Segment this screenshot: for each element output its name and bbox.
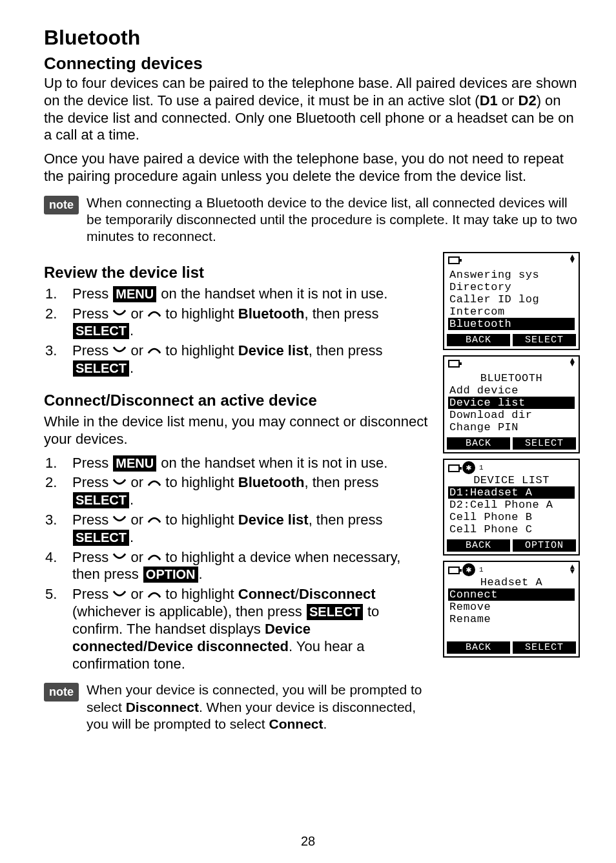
lcd-title: BLUETOOTH bbox=[448, 372, 575, 384]
down-arrow-icon bbox=[112, 515, 127, 524]
bt-index: 1 bbox=[479, 464, 484, 472]
battery-icon bbox=[448, 360, 460, 368]
note-block-2: note When your device is connected, you … bbox=[44, 681, 431, 733]
lcd-line: Answering sys bbox=[448, 269, 575, 281]
text: to highlight bbox=[161, 474, 238, 490]
intro-paragraph-2: Once you have paired a device with the t… bbox=[44, 151, 584, 185]
text: Press bbox=[72, 306, 112, 322]
select-key: SELECT bbox=[73, 530, 129, 546]
review-heading: Review the device list bbox=[44, 264, 431, 282]
text: on the handset when it is not in use. bbox=[157, 455, 387, 471]
text: . bbox=[199, 566, 203, 582]
text: , then press bbox=[304, 306, 378, 322]
intro-paragraph-1: Up to four devices can be paired to the … bbox=[44, 75, 584, 144]
select-key: SELECT bbox=[73, 323, 129, 339]
connect-label: Connect bbox=[238, 586, 295, 602]
text: . bbox=[130, 492, 134, 508]
bluetooth-label: Bluetooth bbox=[238, 306, 305, 322]
down-arrow-icon bbox=[112, 552, 127, 561]
lcd-line bbox=[448, 625, 575, 638]
connect-label: Connect bbox=[269, 716, 323, 731]
lcd-line-selected: D1:Headset A bbox=[448, 486, 575, 499]
list-item: Press or to highlight Bluetooth, then pr… bbox=[44, 474, 431, 509]
note-text: When your device is connected, you will … bbox=[87, 681, 431, 733]
text: Press bbox=[72, 286, 112, 302]
scroll-indicator-icon: ▲▼ bbox=[570, 255, 575, 264]
bt-index: 1 bbox=[479, 566, 484, 574]
softkey-back: BACK bbox=[447, 437, 510, 450]
list-item: Press MENU on the handset when it is not… bbox=[44, 286, 431, 303]
menu-key: MENU bbox=[113, 455, 156, 472]
down-arrow-icon bbox=[112, 478, 127, 487]
lcd-line: Download dir bbox=[448, 409, 575, 421]
device-list-label: Device list bbox=[238, 342, 309, 359]
text: or bbox=[127, 342, 147, 359]
text: Press bbox=[72, 512, 112, 528]
down-arrow-icon bbox=[112, 590, 127, 599]
device-list-label: Device list bbox=[238, 512, 309, 528]
page-title: Bluetooth bbox=[44, 26, 584, 50]
slot-d2: D2 bbox=[518, 92, 537, 109]
scroll-indicator-icon: ▲▼ bbox=[570, 565, 575, 574]
softkey-back: BACK bbox=[447, 641, 510, 654]
text: to highlight bbox=[161, 586, 238, 602]
text: or bbox=[127, 512, 147, 528]
text: to highlight bbox=[161, 342, 238, 359]
select-key: SELECT bbox=[307, 604, 363, 620]
scroll-indicator-icon: ▲▼ bbox=[570, 359, 575, 367]
list-item: Press or to highlight Device list, then … bbox=[44, 342, 431, 377]
lcd-line: Add device bbox=[448, 384, 575, 397]
text: Press bbox=[72, 342, 112, 359]
select-key: SELECT bbox=[73, 492, 129, 508]
slot-d1: D1 bbox=[480, 92, 498, 109]
battery-icon bbox=[448, 464, 460, 472]
text: . bbox=[130, 529, 134, 545]
list-item: Press or to highlight Connect/Disconnect… bbox=[44, 586, 431, 672]
text: or bbox=[498, 92, 518, 109]
up-arrow-icon bbox=[147, 309, 161, 318]
bluetooth-label: Bluetooth bbox=[238, 474, 305, 490]
up-arrow-icon bbox=[147, 515, 161, 524]
text: to highlight bbox=[161, 512, 238, 528]
text: or bbox=[127, 474, 147, 490]
up-arrow-icon bbox=[147, 478, 161, 487]
softkey-option: OPTION bbox=[513, 539, 576, 552]
review-steps: Press MENU on the handset when it is not… bbox=[44, 286, 431, 377]
connect-steps: Press MENU on the handset when it is not… bbox=[44, 455, 431, 673]
lcd-line: Directory bbox=[448, 281, 575, 293]
select-key: SELECT bbox=[73, 360, 129, 377]
lcd-line: Intercom bbox=[448, 306, 575, 318]
page-number: 28 bbox=[0, 834, 616, 849]
lcd-line-selected: Bluetooth bbox=[448, 318, 575, 330]
text: Press bbox=[72, 455, 112, 471]
lcd-title: DEVICE LIST bbox=[448, 474, 575, 486]
text: Press bbox=[72, 549, 112, 565]
text: Press bbox=[72, 474, 112, 490]
note-badge: note bbox=[44, 196, 79, 214]
text: or bbox=[127, 549, 147, 565]
text: or bbox=[127, 586, 147, 602]
disconnect-label: Disconnect bbox=[126, 700, 199, 714]
text: (whichever is applicable), then press bbox=[72, 603, 306, 619]
softkey-select: SELECT bbox=[513, 641, 576, 654]
down-arrow-icon bbox=[112, 309, 127, 318]
section-subtitle: Connecting devices bbox=[44, 54, 584, 74]
list-item: Press or to highlight Device list, then … bbox=[44, 512, 431, 546]
connect-heading: Connect/Disconnect an active device bbox=[44, 391, 431, 410]
text: , then press bbox=[309, 342, 383, 359]
disconnect-label: Disconnect bbox=[299, 586, 376, 602]
text: . bbox=[323, 716, 327, 731]
lcd-line: Cell Phone B bbox=[448, 511, 575, 523]
lcd-screen-main-menu: ▲▼ Answering sys Directory Caller ID log… bbox=[443, 252, 580, 350]
connect-intro: While in the device list menu, you may c… bbox=[44, 413, 431, 448]
list-item: Press MENU on the handset when it is not… bbox=[44, 455, 431, 472]
up-arrow-icon bbox=[147, 552, 161, 561]
softkey-select: SELECT bbox=[513, 334, 576, 346]
lcd-line: Change PIN bbox=[448, 421, 575, 433]
up-arrow-icon bbox=[147, 346, 161, 355]
lcd-line-selected: Device list bbox=[448, 397, 575, 409]
lcd-line-selected: Connect bbox=[448, 588, 575, 601]
lcd-screen-device-options: ✱1 ▲▼ Headset A Connect Remove Rename BA… bbox=[443, 561, 580, 658]
bluetooth-icon: ✱ bbox=[462, 461, 475, 474]
menu-key: MENU bbox=[113, 286, 156, 302]
